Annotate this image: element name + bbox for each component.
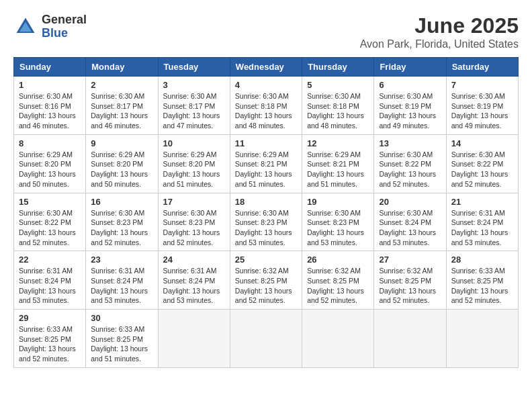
day-info: Sunrise: 6:30 AM Sunset: 8:23 PM Dayligh… <box>307 208 369 248</box>
day-number: 10 <box>163 138 225 148</box>
day-number: 6 <box>379 80 441 90</box>
location-subtitle: Avon Park, Florida, United States <box>360 38 519 50</box>
day-info: Sunrise: 6:30 AM Sunset: 8:18 PM Dayligh… <box>307 91 369 131</box>
day-number: 7 <box>451 80 513 90</box>
day-number: 29 <box>19 313 81 323</box>
day-info: Sunrise: 6:30 AM Sunset: 8:17 PM Dayligh… <box>163 91 225 131</box>
calendar-day-26: 26Sunrise: 6:32 AM Sunset: 8:25 PM Dayli… <box>302 251 374 310</box>
calendar-day-7: 7Sunrise: 6:30 AM Sunset: 8:19 PM Daylig… <box>446 77 518 135</box>
calendar-day-18: 18Sunrise: 6:30 AM Sunset: 8:23 PM Dayli… <box>230 193 302 251</box>
day-header-thursday: Thursday <box>302 58 374 77</box>
day-header-sunday: Sunday <box>14 58 86 77</box>
calendar-week-row: 15Sunrise: 6:30 AM Sunset: 8:22 PM Dayli… <box>14 193 519 251</box>
day-info: Sunrise: 6:30 AM Sunset: 8:16 PM Dayligh… <box>19 91 81 131</box>
calendar-day-3: 3Sunrise: 6:30 AM Sunset: 8:17 PM Daylig… <box>158 77 230 135</box>
day-header-monday: Monday <box>86 58 158 77</box>
calendar-day-13: 13Sunrise: 6:30 AM Sunset: 8:22 PM Dayli… <box>374 134 446 193</box>
day-number: 3 <box>163 80 225 90</box>
day-info: Sunrise: 6:30 AM Sunset: 8:18 PM Dayligh… <box>235 91 297 131</box>
calendar-day-30: 30Sunrise: 6:33 AM Sunset: 8:25 PM Dayli… <box>86 310 158 368</box>
calendar-header-row: SundayMondayTuesdayWednesdayThursdayFrid… <box>14 58 519 77</box>
calendar-day-12: 12Sunrise: 6:29 AM Sunset: 8:21 PM Dayli… <box>302 134 374 193</box>
day-info: Sunrise: 6:31 AM Sunset: 8:24 PM Dayligh… <box>91 266 152 306</box>
day-header-tuesday: Tuesday <box>158 58 230 77</box>
calendar-table: SundayMondayTuesdayWednesdayThursdayFrid… <box>13 57 519 368</box>
calendar-day-2: 2Sunrise: 6:30 AM Sunset: 8:17 PM Daylig… <box>86 77 158 135</box>
title-block: June 2025 Avon Park, Florida, United Sta… <box>360 13 519 50</box>
day-number: 18 <box>235 197 297 207</box>
day-number: 22 <box>19 255 81 265</box>
day-info: Sunrise: 6:30 AM Sunset: 8:23 PM Dayligh… <box>163 208 225 248</box>
calendar-week-row: 1Sunrise: 6:30 AM Sunset: 8:16 PM Daylig… <box>14 77 519 135</box>
calendar-week-row: 8Sunrise: 6:29 AM Sunset: 8:20 PM Daylig… <box>14 134 519 193</box>
day-header-friday: Friday <box>374 58 446 77</box>
day-number: 8 <box>19 138 81 148</box>
calendar-day-28: 28Sunrise: 6:33 AM Sunset: 8:25 PM Dayli… <box>446 251 518 310</box>
day-info: Sunrise: 6:30 AM Sunset: 8:22 PM Dayligh… <box>19 208 81 248</box>
day-number: 21 <box>451 197 513 207</box>
day-number: 5 <box>307 80 369 90</box>
month-title: June 2025 <box>360 13 519 38</box>
calendar-day-4: 4Sunrise: 6:30 AM Sunset: 8:18 PM Daylig… <box>230 77 302 135</box>
calendar-day-24: 24Sunrise: 6:31 AM Sunset: 8:24 PM Dayli… <box>158 251 230 310</box>
day-number: 1 <box>19 80 81 90</box>
day-info: Sunrise: 6:29 AM Sunset: 8:20 PM Dayligh… <box>91 150 152 189</box>
calendar-day-5: 5Sunrise: 6:30 AM Sunset: 8:18 PM Daylig… <box>302 77 374 135</box>
day-number: 26 <box>307 255 369 265</box>
calendar-day-20: 20Sunrise: 6:30 AM Sunset: 8:24 PM Dayli… <box>374 193 446 251</box>
day-number: 11 <box>235 138 297 148</box>
day-number: 4 <box>235 80 297 90</box>
day-info: Sunrise: 6:31 AM Sunset: 8:24 PM Dayligh… <box>19 266 81 306</box>
day-info: Sunrise: 6:30 AM Sunset: 8:22 PM Dayligh… <box>451 150 513 189</box>
day-number: 16 <box>91 197 152 207</box>
day-number: 9 <box>91 138 152 148</box>
calendar-day-25: 25Sunrise: 6:32 AM Sunset: 8:25 PM Dayli… <box>230 251 302 310</box>
calendar-day-10: 10Sunrise: 6:29 AM Sunset: 8:20 PM Dayli… <box>158 134 230 193</box>
day-header-saturday: Saturday <box>446 58 518 77</box>
day-info: Sunrise: 6:29 AM Sunset: 8:21 PM Dayligh… <box>307 150 369 189</box>
calendar-day-empty <box>302 310 374 368</box>
day-info: Sunrise: 6:31 AM Sunset: 8:24 PM Dayligh… <box>451 208 513 248</box>
calendar-day-6: 6Sunrise: 6:30 AM Sunset: 8:19 PM Daylig… <box>374 77 446 135</box>
calendar-day-8: 8Sunrise: 6:29 AM Sunset: 8:20 PM Daylig… <box>14 134 86 193</box>
day-info: Sunrise: 6:29 AM Sunset: 8:21 PM Dayligh… <box>235 150 297 189</box>
day-info: Sunrise: 6:32 AM Sunset: 8:25 PM Dayligh… <box>379 266 441 306</box>
day-info: Sunrise: 6:30 AM Sunset: 8:19 PM Dayligh… <box>379 91 441 131</box>
logo-icon <box>13 15 38 39</box>
logo-general-text: General <box>42 13 87 27</box>
day-info: Sunrise: 6:33 AM Sunset: 8:25 PM Dayligh… <box>91 324 152 364</box>
calendar-week-row: 22Sunrise: 6:31 AM Sunset: 8:24 PM Dayli… <box>14 251 519 310</box>
calendar-day-17: 17Sunrise: 6:30 AM Sunset: 8:23 PM Dayli… <box>158 193 230 251</box>
day-number: 24 <box>163 255 225 265</box>
calendar-day-11: 11Sunrise: 6:29 AM Sunset: 8:21 PM Dayli… <box>230 134 302 193</box>
day-info: Sunrise: 6:30 AM Sunset: 8:17 PM Dayligh… <box>91 91 152 131</box>
day-number: 14 <box>451 138 513 148</box>
day-number: 12 <box>307 138 369 148</box>
day-info: Sunrise: 6:32 AM Sunset: 8:25 PM Dayligh… <box>235 266 297 306</box>
day-number: 23 <box>91 255 152 265</box>
calendar-day-9: 9Sunrise: 6:29 AM Sunset: 8:20 PM Daylig… <box>86 134 158 193</box>
day-info: Sunrise: 6:33 AM Sunset: 8:25 PM Dayligh… <box>19 324 81 364</box>
calendar-day-22: 22Sunrise: 6:31 AM Sunset: 8:24 PM Dayli… <box>14 251 86 310</box>
day-info: Sunrise: 6:31 AM Sunset: 8:24 PM Dayligh… <box>163 266 225 306</box>
calendar-day-empty <box>230 310 302 368</box>
calendar-day-27: 27Sunrise: 6:32 AM Sunset: 8:25 PM Dayli… <box>374 251 446 310</box>
day-info: Sunrise: 6:33 AM Sunset: 8:25 PM Dayligh… <box>451 266 513 306</box>
day-info: Sunrise: 6:29 AM Sunset: 8:20 PM Dayligh… <box>19 150 81 189</box>
day-number: 2 <box>91 80 152 90</box>
calendar-day-14: 14Sunrise: 6:30 AM Sunset: 8:22 PM Dayli… <box>446 134 518 193</box>
day-info: Sunrise: 6:30 AM Sunset: 8:22 PM Dayligh… <box>379 150 441 189</box>
day-number: 20 <box>379 197 441 207</box>
calendar-day-1: 1Sunrise: 6:30 AM Sunset: 8:16 PM Daylig… <box>14 77 86 135</box>
calendar-day-15: 15Sunrise: 6:30 AM Sunset: 8:22 PM Dayli… <box>14 193 86 251</box>
day-number: 17 <box>163 197 225 207</box>
day-info: Sunrise: 6:30 AM Sunset: 8:24 PM Dayligh… <box>379 208 441 248</box>
calendar-day-16: 16Sunrise: 6:30 AM Sunset: 8:23 PM Dayli… <box>86 193 158 251</box>
logo-blue-text: Blue <box>42 27 87 40</box>
calendar-day-23: 23Sunrise: 6:31 AM Sunset: 8:24 PM Dayli… <box>86 251 158 310</box>
page-header: General Blue June 2025 Avon Park, Florid… <box>13 13 519 50</box>
day-number: 13 <box>379 138 441 148</box>
day-number: 25 <box>235 255 297 265</box>
logo: General Blue <box>13 13 87 40</box>
calendar-day-19: 19Sunrise: 6:30 AM Sunset: 8:23 PM Dayli… <box>302 193 374 251</box>
